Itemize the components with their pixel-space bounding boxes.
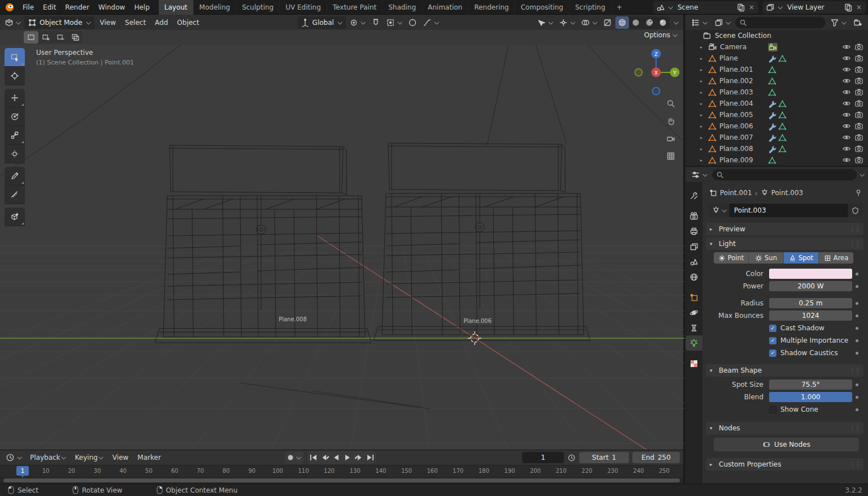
expand-icon[interactable]: ▸ — [700, 158, 708, 163]
end-frame-field[interactable]: End 250 — [632, 452, 680, 463]
hand-button[interactable] — [665, 115, 676, 127]
blender-logo-icon[interactable] — [5, 2, 15, 12]
tab-world-button[interactable] — [685, 269, 702, 284]
modifier-wrench-icon[interactable] — [768, 54, 776, 63]
tab-scene-button[interactable] — [685, 254, 702, 269]
shadow-caustics-checkbox[interactable]: ✓ — [769, 350, 776, 357]
modifier-wrench-icon[interactable] — [768, 133, 776, 142]
property-value-field[interactable]: 0.25 m — [769, 298, 852, 308]
timeline-ruler[interactable]: 1 10203040506070809010011012013014015016… — [0, 465, 683, 477]
menu-file[interactable]: File — [18, 0, 38, 15]
mesh-data-icon[interactable] — [778, 111, 787, 119]
outliner-search-input[interactable] — [735, 17, 826, 28]
view-layer-selector[interactable]: View Layer × — [763, 1, 866, 14]
expand-icon[interactable]: ▸ — [700, 45, 708, 50]
viewport-menu-add[interactable]: Add — [150, 15, 172, 30]
color-swatch[interactable] — [769, 269, 852, 279]
tool-move-button[interactable] — [5, 89, 25, 107]
timeline-menu-view[interactable]: View — [108, 450, 133, 465]
viewport-menu-view[interactable]: View — [96, 15, 120, 30]
disable-render-camera-icon[interactable] — [854, 76, 863, 85]
workspace-tab-modeling[interactable]: Modeling — [194, 0, 237, 15]
zoom-button[interactable] — [665, 98, 676, 109]
property-value-field[interactable]: 2000 W — [769, 281, 852, 291]
tab-output-button[interactable] — [685, 223, 702, 239]
duplicate-icon[interactable] — [844, 3, 853, 12]
camera-data-icon[interactable] — [768, 43, 778, 51]
datablock-type-button[interactable] — [709, 204, 730, 217]
timeline-scrollbar[interactable] — [0, 477, 683, 484]
tool-addcube-button[interactable] — [5, 208, 25, 226]
property-value-field[interactable]: 75.5° — [769, 379, 852, 390]
tool-scale-button[interactable] — [5, 126, 25, 145]
outliner-display-mode[interactable] — [712, 16, 733, 29]
navigation-gizmo[interactable]: ZXY — [631, 47, 682, 98]
pin-icon[interactable] — [854, 189, 862, 197]
outliner-item-plane.007[interactable]: ▸Plane.007 — [685, 132, 868, 143]
menu-edit[interactable]: Edit — [38, 0, 60, 15]
outliner-item-plane.004[interactable]: ▸Plane.004 — [685, 98, 868, 109]
select-new-button[interactable] — [24, 31, 38, 44]
tool-transform-button[interactable] — [5, 145, 25, 163]
current-frame-marker[interactable]: 1 — [16, 466, 29, 476]
workspace-tab-rendering[interactable]: Rendering — [468, 0, 515, 15]
timeline-menu-keying[interactable]: Keying — [71, 450, 108, 465]
gizmos-dropdown[interactable] — [557, 16, 578, 29]
animate-dot[interactable] — [852, 352, 861, 355]
properties-search-input[interactable] — [712, 169, 857, 180]
options-dropdown[interactable]: Options — [644, 31, 678, 39]
hide-viewport-eye-icon[interactable] — [842, 65, 851, 74]
animate-dot[interactable] — [852, 285, 861, 288]
mesh-data-icon[interactable] — [768, 88, 776, 97]
section-nodes[interactable]: ▾Nodes⋮⋮ — [706, 422, 863, 434]
section-light[interactable]: ▾Light⋮⋮ — [706, 238, 863, 250]
property-value-field[interactable]: 1024 — [769, 310, 852, 321]
tab-render-button[interactable] — [685, 208, 702, 223]
new-collection-button[interactable] — [851, 16, 865, 29]
snap-dropdown[interactable] — [384, 16, 405, 29]
light-type-sun-button[interactable]: Sun — [749, 252, 784, 264]
tl-first-button[interactable] — [308, 451, 319, 464]
menu-help[interactable]: Help — [129, 0, 154, 15]
properties-options-chevron[interactable] — [860, 172, 864, 176]
viewport-canvas[interactable]: Plane.008Plane.006 — [0, 45, 684, 450]
auto-keying-button[interactable] — [285, 451, 303, 464]
shading-dropdown[interactable] — [671, 16, 681, 29]
disable-render-camera-icon[interactable] — [854, 99, 863, 108]
hide-viewport-eye-icon[interactable] — [842, 144, 851, 153]
modifier-wrench-icon[interactable] — [768, 122, 776, 131]
disable-render-camera-icon[interactable] — [854, 122, 863, 131]
workspace-tab-uv-editing[interactable]: UV Editing — [280, 0, 327, 15]
visibility-dropdown[interactable] — [535, 16, 555, 29]
object-name[interactable]: Plane.004 — [719, 100, 753, 107]
tool-annotate-button[interactable] — [5, 167, 25, 186]
ortho-grid-button[interactable] — [665, 150, 676, 162]
show-cone-checkbox[interactable] — [769, 406, 776, 413]
object-name[interactable]: Plane.007 — [719, 133, 753, 141]
expand-icon[interactable]: ▸ — [700, 113, 708, 118]
breadcrumb-data[interactable]: Point.003 — [771, 189, 804, 197]
tl-play-button[interactable] — [342, 451, 353, 464]
expand-icon[interactable]: ▸ — [700, 67, 708, 72]
workspace-tab-sculpting[interactable]: Sculpting — [236, 0, 280, 15]
timeline-menu-playback[interactable]: Playback — [25, 450, 71, 465]
outliner-item-camera[interactable]: ▸Camera — [685, 41, 868, 53]
shading-solid-button[interactable] — [629, 16, 643, 29]
menu-window[interactable]: Window — [94, 0, 129, 15]
workspace-tab-layout[interactable]: Layout — [159, 0, 194, 15]
snap-toggle[interactable] — [369, 16, 383, 29]
hide-viewport-eye-icon[interactable] — [842, 122, 851, 131]
hide-viewport-eye-icon[interactable] — [842, 42, 851, 51]
workspace-tab-scripting[interactable]: Scripting — [570, 0, 611, 15]
shading-material-button[interactable] — [643, 16, 656, 29]
multiple-importance-checkbox[interactable]: ✓ — [769, 337, 776, 344]
camera-view-button[interactable] — [665, 133, 676, 144]
tl-playrev-button[interactable] — [331, 451, 342, 464]
select-intersect-button[interactable] — [68, 31, 83, 44]
duplicate-icon[interactable] — [736, 3, 745, 12]
mesh-data-icon[interactable] — [768, 77, 776, 85]
scene-selector[interactable]: Scene × — [653, 1, 758, 14]
mode-dropdown[interactable]: Object Mode — [24, 16, 94, 29]
timeline-menu-marker[interactable]: Marker — [133, 450, 165, 465]
tool-measure-button[interactable] — [5, 186, 25, 204]
